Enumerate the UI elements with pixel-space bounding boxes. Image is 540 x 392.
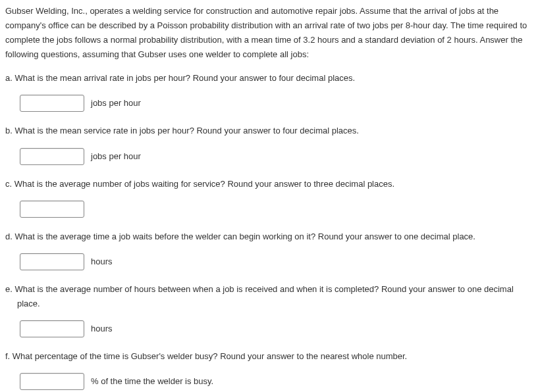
question-e-text: e. What is the average number of hours b… (5, 282, 535, 311)
question-c-text: c. What is the average number of jobs wa… (5, 177, 535, 191)
problem-intro: Gubser Welding, Inc., operates a welding… (5, 4, 535, 62)
answer-b-input[interactable] (20, 148, 84, 165)
question-c: c. What is the average number of jobs wa… (5, 177, 535, 218)
question-e-line2: place. (5, 299, 40, 308)
question-f: f. What percentage of the time is Gubser… (5, 349, 535, 390)
question-e: e. What is the average number of hours b… (5, 282, 535, 337)
answer-c-input[interactable] (20, 201, 84, 218)
question-d: d. What is the average time a job waits … (5, 230, 535, 270)
answer-f-unit: % of the time the welder is busy. (91, 374, 213, 389)
question-e-line1: e. What is the average number of hours b… (5, 284, 514, 294)
answer-f-input[interactable] (20, 373, 84, 390)
answer-a-input[interactable] (20, 95, 84, 112)
answer-e-unit: hours (91, 322, 113, 336)
question-a-text: a. What is the mean arrival rate in jobs… (5, 71, 535, 86)
question-f-text: f. What percentage of the time is Gubser… (5, 349, 535, 364)
question-a: a. What is the mean arrival rate in jobs… (5, 71, 535, 112)
answer-d-input[interactable] (20, 253, 84, 270)
answer-d-unit: hours (91, 255, 113, 269)
question-b: b. What is the mean service rate in jobs… (5, 124, 535, 164)
answer-b-unit: jobs per hour (91, 149, 141, 164)
question-d-text: d. What is the average time a job waits … (5, 230, 535, 244)
answer-a-unit: jobs per hour (91, 96, 141, 110)
question-b-text: b. What is the mean service rate in jobs… (5, 124, 535, 138)
answer-e-input[interactable] (20, 320, 84, 337)
